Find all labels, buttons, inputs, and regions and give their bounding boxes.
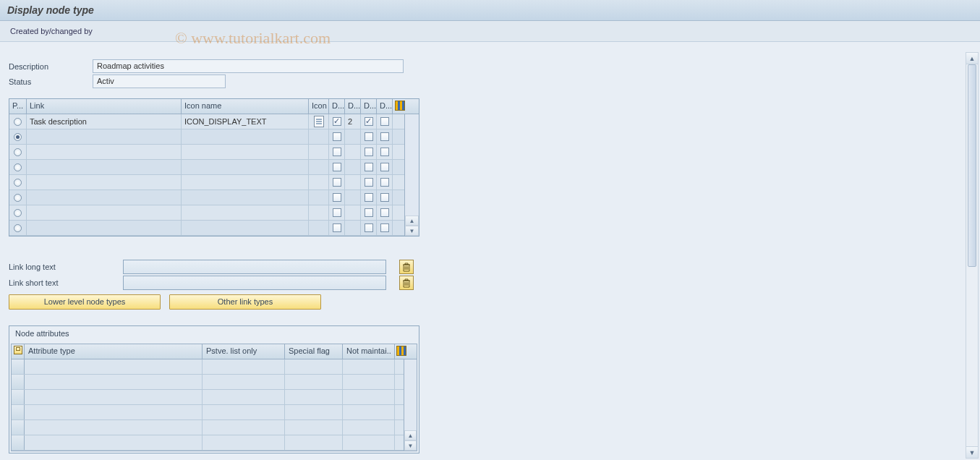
- cell-d2[interactable]: [345, 129, 361, 144]
- table-row[interactable]: [9, 221, 404, 236]
- cell-not-maintained[interactable]: [343, 420, 395, 435]
- cell-icon-name[interactable]: [182, 175, 309, 189]
- col-d2[interactable]: D...: [345, 99, 361, 114]
- cell-special-flag[interactable]: [285, 420, 343, 435]
- row-radio[interactable]: [14, 194, 22, 202]
- cell-icon-name[interactable]: [182, 221, 309, 235]
- status-field[interactable]: Activ: [93, 74, 226, 88]
- table-row[interactable]: [12, 359, 404, 375]
- lower-level-node-types-button[interactable]: Lower level node types: [9, 294, 161, 310]
- table-row[interactable]: [9, 160, 404, 175]
- cell-link[interactable]: [27, 190, 182, 205]
- row-radio[interactable]: [14, 209, 22, 217]
- scroll-up-icon[interactable]: ▲: [404, 430, 417, 440]
- table-row[interactable]: [9, 190, 404, 205]
- created-changed-by-link[interactable]: Created by/changed by: [10, 27, 93, 35]
- checkbox-d1[interactable]: [333, 223, 341, 232]
- checkbox-d3[interactable]: [365, 193, 373, 202]
- checkbox-d3[interactable]: [365, 117, 373, 126]
- cell-attribute-type[interactable]: [25, 405, 203, 419]
- table-row[interactable]: [12, 405, 404, 420]
- cell-not-maintained[interactable]: [343, 405, 395, 419]
- row-selector[interactable]: [12, 390, 25, 404]
- scrollbar-thumb[interactable]: [968, 64, 976, 267]
- cell-d2[interactable]: [345, 205, 361, 220]
- checkbox-d3[interactable]: [365, 132, 373, 141]
- cell-link[interactable]: [27, 205, 182, 220]
- checkbox-d4[interactable]: [380, 117, 389, 126]
- cell-special-flag[interactable]: [285, 435, 343, 450]
- cell-link[interactable]: [27, 145, 182, 159]
- cell-icon[interactable]: [309, 129, 329, 144]
- checkbox-d1[interactable]: [333, 132, 341, 141]
- cell-pstve[interactable]: [203, 390, 285, 404]
- col-d1[interactable]: D...: [329, 99, 345, 114]
- cell-d2[interactable]: [345, 175, 361, 189]
- cell-icon-name[interactable]: ICON_DISPLAY_TEXT: [182, 114, 309, 129]
- checkbox-d3[interactable]: [365, 178, 373, 187]
- cell-special-flag[interactable]: [285, 405, 343, 419]
- cell-icon[interactable]: [309, 145, 329, 159]
- cell-attribute-type[interactable]: [25, 359, 203, 374]
- checkbox-d1[interactable]: [333, 193, 341, 202]
- cell-d2[interactable]: [345, 145, 361, 159]
- description-field[interactable]: Roadmap activities: [93, 59, 404, 73]
- checkbox-d1[interactable]: [333, 148, 341, 156]
- row-radio[interactable]: [14, 224, 22, 232]
- cell-icon-name[interactable]: [182, 190, 309, 205]
- row-selector[interactable]: [12, 375, 25, 389]
- checkbox-d4[interactable]: [380, 193, 389, 202]
- cell-d2[interactable]: [345, 160, 361, 174]
- checkbox-d4[interactable]: [380, 132, 389, 141]
- row-selector[interactable]: [12, 420, 25, 435]
- table-row[interactable]: [9, 129, 404, 145]
- cell-d2[interactable]: [345, 190, 361, 205]
- row-radio[interactable]: [14, 179, 22, 187]
- checkbox-d4[interactable]: [380, 163, 389, 171]
- scroll-down-icon[interactable]: ▼: [404, 440, 417, 451]
- checkbox-d4[interactable]: [380, 148, 389, 156]
- page-scrollbar[interactable]: ▲ ▼: [966, 52, 979, 459]
- attr-table-scrollbar[interactable]: ▲ ▼: [404, 359, 417, 451]
- checkbox-d1[interactable]: [333, 208, 341, 217]
- other-link-types-button[interactable]: Other link types: [169, 294, 321, 310]
- row-radio[interactable]: [14, 133, 22, 141]
- attr-table-config-button[interactable]: [395, 344, 408, 359]
- row-radio[interactable]: [14, 163, 22, 171]
- cell-icon-name[interactable]: [182, 160, 309, 174]
- col-special-flag[interactable]: Special flag: [285, 344, 343, 359]
- cell-icon-name[interactable]: [182, 129, 309, 144]
- cell-special-flag[interactable]: [285, 359, 343, 374]
- cell-icon[interactable]: [309, 114, 329, 129]
- col-not-maintained[interactable]: Not maintai..: [343, 344, 395, 359]
- table-row[interactable]: [9, 175, 404, 190]
- cell-pstve[interactable]: [203, 375, 285, 389]
- cell-special-flag[interactable]: [285, 390, 343, 404]
- table-row[interactable]: [12, 390, 404, 405]
- cell-attribute-type[interactable]: [25, 435, 203, 450]
- cell-not-maintained[interactable]: [343, 359, 395, 374]
- cell-icon[interactable]: [309, 221, 329, 235]
- cell-special-flag[interactable]: [285, 375, 343, 389]
- col-d4[interactable]: D...: [377, 99, 393, 114]
- col-link[interactable]: Link: [27, 99, 182, 114]
- checkbox-d1[interactable]: [333, 178, 341, 187]
- scroll-up-icon[interactable]: ▲: [405, 216, 419, 226]
- checkbox-d4[interactable]: [380, 223, 389, 232]
- cell-icon[interactable]: [309, 160, 329, 174]
- cell-d2[interactable]: 2: [345, 114, 361, 129]
- col-pstve[interactable]: Pstve. list only: [203, 344, 285, 359]
- link-short-text-field[interactable]: [123, 276, 386, 290]
- cell-pstve[interactable]: [203, 359, 285, 374]
- cell-link[interactable]: [27, 175, 182, 189]
- link-table-scrollbar[interactable]: ▲ ▼: [404, 114, 419, 236]
- checkbox-d1[interactable]: [333, 163, 341, 171]
- cell-link[interactable]: Task description: [27, 114, 182, 129]
- link-long-text-field[interactable]: [123, 260, 386, 274]
- cell-attribute-type[interactable]: [25, 390, 203, 404]
- cell-pstve[interactable]: [203, 435, 285, 450]
- cell-icon-name[interactable]: [182, 145, 309, 159]
- cell-not-maintained[interactable]: [343, 375, 395, 389]
- row-selector[interactable]: [12, 435, 25, 450]
- checkbox-d3[interactable]: [365, 148, 373, 156]
